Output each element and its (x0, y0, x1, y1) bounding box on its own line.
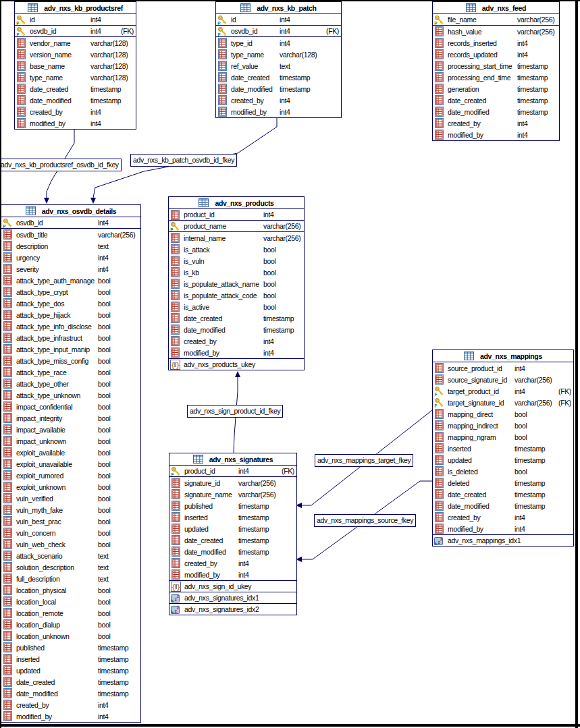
column-row[interactable]: base_namevarchar(128) (15, 60, 136, 72)
column-row[interactable]: attack_type_infrastructbool (1, 332, 140, 343)
column-row[interactable]: vuln_verifiedbool (1, 493, 140, 504)
column-row[interactable]: location_unknownbool (1, 630, 140, 642)
column-row[interactable]: Fosvdb_idint4(FK) (216, 26, 341, 37)
column-row[interactable]: source_signature_idvarchar(256) (433, 374, 573, 385)
column-row[interactable]: product_idint4 (169, 209, 304, 221)
column-row[interactable]: date_createdtimestamp (15, 83, 136, 94)
unique-key-row[interactable]: {}adv_nxs_products_ukey (169, 358, 304, 370)
column-row[interactable]: date_modifiedtimestamp (169, 546, 296, 557)
relationship-label-mappings-source-fkey[interactable]: adv_nxs_mappings_source_fkey (314, 514, 416, 527)
column-row[interactable]: Posvdb_idint4 (1, 217, 140, 229)
column-row[interactable]: osvdb_titlevarchar(256) (1, 229, 140, 240)
column-row[interactable]: attack_scenariotext (1, 550, 140, 561)
column-row[interactable]: created_byint4 (1, 699, 140, 710)
column-row[interactable]: Ftarget_signature_idvarchar(256)(FK) (433, 397, 573, 408)
index-row[interactable]: zzadv_nxs_signatures_idx2 (169, 603, 296, 615)
column-row[interactable]: date_modifiedtimestamp (15, 94, 136, 106)
column-row[interactable]: Fproduct_idint4(FK) (169, 466, 296, 477)
column-row[interactable]: attack_type_input_manipbool (1, 343, 140, 355)
entity-adv-nxs-feed[interactable]: adv_nxs_feed Pfile_namevarchar(256)hash_… (432, 1, 560, 141)
column-row[interactable]: modified_byint4 (15, 117, 136, 129)
column-row[interactable]: Fosvdb_idint4(FK) (15, 26, 136, 37)
column-row[interactable]: attack_type_unknownbool (1, 389, 140, 401)
column-row[interactable]: date_createdtimestamp (169, 312, 304, 324)
column-row[interactable]: urgencyint4 (1, 252, 140, 263)
column-row[interactable]: hash_valuevarchar(256) (433, 26, 559, 37)
column-row[interactable]: Pfile_namevarchar(256) (433, 14, 559, 26)
column-row[interactable]: full_descriptiontext (1, 573, 140, 584)
column-row[interactable]: vuln_best_pracbool (1, 515, 140, 527)
column-row[interactable]: modified_byint4 (1, 710, 140, 722)
index-row[interactable]: zzadv_nxs_mappings_idx1 (433, 534, 573, 546)
column-row[interactable]: impact_unknownbool (1, 435, 140, 447)
column-row[interactable]: type_namevarchar(128) (216, 49, 341, 60)
column-row[interactable]: date_modifiedtimestamp (433, 106, 559, 117)
column-row[interactable]: records_updatedint4 (433, 49, 559, 60)
column-row[interactable]: updatedtimestamp (1, 665, 140, 676)
column-row[interactable]: processing_start_timetimestamp (433, 60, 559, 72)
column-row[interactable]: exploit_unavailablebool (1, 458, 140, 470)
column-row[interactable]: solution_descriptiontext (1, 561, 140, 573)
column-row[interactable]: type_namevarchar(128) (15, 72, 136, 83)
column-row[interactable]: attack_type_racebool (1, 366, 140, 378)
column-row[interactable]: descriptiontext (1, 240, 140, 252)
column-row[interactable]: generationtimestamp (433, 83, 559, 94)
column-row[interactable]: date_createdtimestamp (1, 676, 140, 688)
column-row[interactable]: Pproduct_namevarchar(256) (169, 221, 304, 232)
column-row[interactable]: is_deletedbool (433, 466, 573, 477)
column-row[interactable]: deletedtimestamp (433, 477, 573, 488)
column-row[interactable]: signature_idvarchar(256) (169, 477, 296, 488)
column-row[interactable]: type_idint4 (216, 37, 341, 49)
column-row[interactable]: attack_type_auth_managebool (1, 275, 140, 286)
table-header[interactable]: adv_nxs_feed (433, 2, 559, 14)
column-row[interactable]: publishedtimestamp (169, 500, 296, 511)
table-header[interactable]: adv_nxs_kb_patch (216, 2, 341, 14)
column-row[interactable]: date_createdtimestamp (433, 488, 573, 500)
column-row[interactable]: impact_availablebool (1, 424, 140, 435)
column-row[interactable]: date_createdtimestamp (433, 94, 559, 106)
column-row[interactable]: mapping_indirectbool (433, 420, 573, 431)
column-row[interactable]: attack_type_hijackbool (1, 309, 140, 320)
column-row[interactable]: location_dialupbool (1, 619, 140, 630)
column-row[interactable]: modified_byint4 (169, 569, 296, 580)
column-row[interactable]: is_kbbool (169, 267, 304, 278)
relationship-label-mappings-target-fkey[interactable]: adv_nxs_mappings_target_fkey (315, 454, 413, 467)
column-row[interactable]: created_byint4 (433, 511, 573, 523)
column-row[interactable]: signature_namevarchar(256) (169, 488, 296, 500)
column-row[interactable]: version_namevarchar(128) (15, 49, 136, 60)
column-row[interactable]: exploit_availablebool (1, 447, 140, 458)
entity-adv-nxs-osvdb-details[interactable]: adv_nxs_osvdb_details Posvdb_idint4osvdb… (1, 204, 141, 723)
column-row[interactable]: impact_integritybool (1, 412, 140, 424)
table-header[interactable]: adv_nxs_kb_productsref (15, 2, 136, 14)
column-row[interactable]: modified_byint4 (433, 129, 559, 140)
column-row[interactable]: mapping_directbool (433, 408, 573, 420)
table-header[interactable]: adv_nxs_products (169, 197, 304, 209)
column-row[interactable]: vuln_web_checkbool (1, 538, 140, 550)
column-row[interactable]: is_populate_attack_codebool (169, 289, 304, 301)
column-row[interactable]: created_byint4 (15, 106, 136, 117)
column-row[interactable]: is_vulnbool (169, 255, 304, 267)
entity-adv-nxs-mappings[interactable]: adv_nxs_mappings source_product_idint4so… (432, 349, 574, 547)
column-row[interactable]: created_byint4 (169, 557, 296, 569)
column-row[interactable]: date_modifiedtimestamp (216, 83, 341, 94)
table-header[interactable]: adv_nxs_osvdb_details (1, 205, 140, 217)
column-row[interactable]: attack_type_cryptbool (1, 286, 140, 298)
table-header[interactable]: adv_nxs_signatures (169, 453, 296, 466)
column-row[interactable]: Pidint4 (15, 14, 136, 26)
column-row[interactable]: insertedtimestamp (433, 443, 573, 454)
column-row[interactable]: location_localbool (1, 596, 140, 607)
column-row[interactable]: processing_end_timetimestamp (433, 72, 559, 83)
column-row[interactable]: modified_byint4 (433, 523, 573, 534)
entity-adv-nxs-kb-patch[interactable]: adv_nxs_kb_patch Pidint4Fosvdb_idint4(FK… (215, 1, 342, 118)
unique-key-row[interactable]: {}adv_nxs_sign_id_ukey (169, 580, 296, 592)
column-row[interactable]: date_createdtimestamp (169, 534, 296, 546)
column-row[interactable]: location_physicalbool (1, 584, 140, 596)
entity-adv-nxs-kb-productsref[interactable]: adv_nxs_kb_productsref Pidint4Fosvdb_idi… (14, 1, 136, 130)
column-row[interactable]: attack_type_info_disclosebool (1, 320, 140, 332)
column-row[interactable]: created_byint4 (169, 335, 304, 347)
column-row[interactable]: source_product_idint4 (433, 362, 573, 374)
column-row[interactable]: date_modifiedtimestamp (1, 688, 140, 699)
column-row[interactable]: is_activebool (169, 301, 304, 312)
table-header[interactable]: adv_nxs_mappings (433, 350, 573, 362)
column-row[interactable]: Ftarget_product_idint4(FK) (433, 385, 573, 397)
